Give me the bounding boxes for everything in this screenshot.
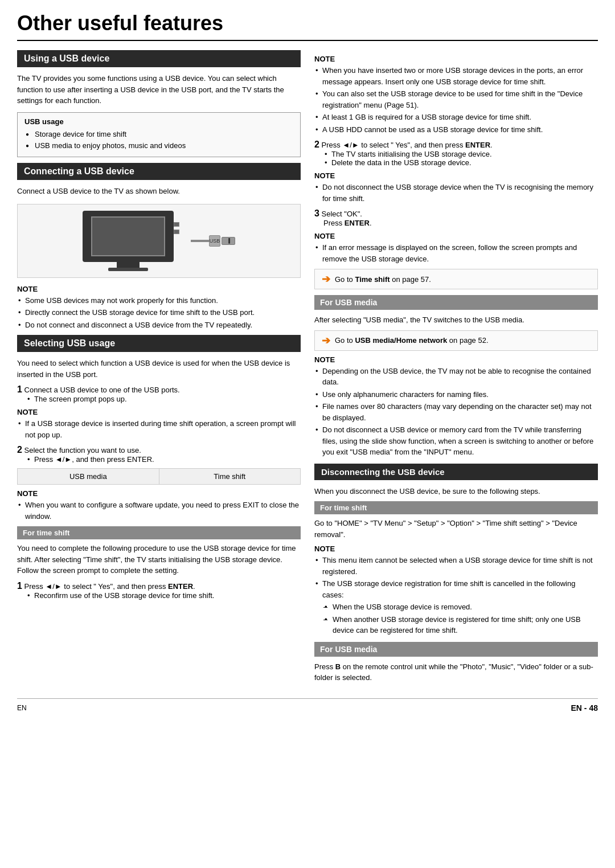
usb-option-media: USB media — [18, 469, 159, 484]
ts-step3-text: Select "OK". — [322, 210, 362, 218]
step1-note-label: NOTE — [17, 408, 301, 416]
right-note2-block: NOTE Do not disconnect the USB storage d… — [314, 171, 598, 204]
usb-usage-box: USB usage Storage device for time shift … — [17, 112, 301, 158]
ts-step3-item: 3 Select "OK". Press ENTER. — [314, 208, 598, 227]
en-label: EN — [17, 704, 27, 712]
step-1-text: Connect a USB device to one of the USB p… — [24, 386, 180, 394]
right-note3-block: NOTE If an error message is displayed on… — [314, 232, 598, 264]
page-number-bar: EN EN - 48 — [17, 698, 598, 713]
connecting-note-1: Some USB devices may not work properly f… — [17, 295, 301, 306]
for-usb-media-header-top: For USB media — [314, 295, 598, 310]
ts-step3-num: 3 — [314, 208, 319, 218]
right-note2-label: NOTE — [314, 171, 598, 180]
ts-step2-num: 2 — [314, 140, 319, 149]
ts-step2-text: Press ◄/► to select " Yes", and then pre… — [322, 141, 493, 149]
usb-usage-item-1: Storage device for time shift — [24, 129, 293, 141]
step2-note-block: NOTE When you want to configure a softwa… — [17, 489, 301, 522]
ts-step1-sub-text: Reconfirm use of the USB storage device … — [34, 591, 214, 600]
connecting-note-list: Some USB devices may not work properly f… — [17, 295, 301, 331]
ts-step2-sub1: The TV starts initialising the USB stora… — [323, 150, 598, 158]
right-top-note-1: When you have inserted two or more USB s… — [314, 65, 598, 87]
right-top-note-list: When you have inserted two or more USB s… — [314, 65, 598, 135]
right-note5-sub-1-text: When the USB storage device is removed. — [333, 603, 472, 611]
ts-step1-text: Press ◄/► to select " Yes", and then pre… — [24, 582, 195, 591]
section-using-usb-intro: The TV provides you some functions using… — [17, 73, 301, 107]
disconnecting-header: Disconnecting the USB device — [314, 464, 598, 480]
step-2-sub-text: Press ◄/►, and then press ENTER. — [34, 455, 154, 464]
right-top-note-2: You can also set the USB storage device … — [314, 88, 598, 110]
ts-step2-sub2-text: Delete the data in the USB storage devic… — [331, 158, 472, 167]
for-time-shift-text2: Go to "HOME" > "TV Menu" > "Setup" > "Op… — [314, 518, 598, 540]
step-1-sub-text: The screen prompt pops up. — [34, 395, 127, 403]
right-note5-sub-2-text: When another USB storage device is regis… — [333, 615, 581, 635]
step-1-sub: The screen prompt pops up. — [26, 395, 301, 403]
right-top-note-block: NOTE When you have inserted two or more … — [314, 55, 598, 135]
right-note5-1: This menu item cannot be selected when a… — [314, 555, 598, 577]
ts-step2-sub1-text: The TV starts initialising the USB stora… — [331, 150, 492, 158]
tv-screen — [91, 216, 165, 256]
right-note5-2: The USB storage device registration for … — [314, 578, 598, 600]
for-usb-media-header-disc: For USB media — [314, 642, 598, 657]
right-note5-list: This menu item cannot be selected when a… — [314, 555, 598, 600]
right-note4-2: Use only alphanumeric characters for nam… — [314, 389, 598, 400]
usb-usage-title: USB usage — [24, 117, 293, 126]
ts-step1-num: 1 — [17, 581, 22, 591]
arrow-right-icon: ➔ — [322, 273, 330, 285]
arrow-right-icon-2: ➔ — [322, 334, 330, 347]
ts-step2-item: 2 Press ◄/► to select " Yes", and then p… — [314, 140, 598, 167]
right-note3-list: If an error message is displayed on the … — [314, 242, 598, 264]
usb-media-arrow-box: ➔ Go to USB media/Home network on page 5… — [314, 330, 598, 351]
right-top-note-3: At least 1 GB is required for a USB stor… — [314, 112, 598, 123]
right-note3-1: If an error message is displayed on the … — [314, 242, 598, 264]
ts-step3-sub: Press ENTER. — [323, 219, 598, 227]
section-using-usb-header: Using a USB device — [17, 50, 301, 67]
right-note2-list: Do not disconnect the USB storage device… — [314, 182, 598, 204]
usb-usage-item-2: USB media to enjoy photos, music and vid… — [24, 140, 293, 152]
usb-usage-list: Storage device for time shift USB media … — [24, 129, 293, 153]
right-note3-label: NOTE — [314, 232, 598, 240]
step-2-sub: Press ◄/►, and then press ENTER. — [26, 455, 301, 464]
step-2-text: Select the function you want to use. — [24, 446, 141, 455]
connecting-note-2: Directly connect the USB storage device … — [17, 307, 301, 318]
right-note5-block: NOTE This menu item cannot be selected w… — [314, 544, 598, 636]
right-top-note-4: A USB HDD cannot be used as a USB storag… — [314, 124, 598, 136]
page-number: EN - 48 — [571, 703, 598, 713]
usb-option-timeshift: Time shift — [159, 469, 301, 484]
right-column: NOTE When you have inserted two or more … — [314, 50, 598, 688]
step-1-num: 1 — [17, 384, 22, 394]
for-usb-media-intro: After selecting "USB media", the TV swit… — [314, 314, 598, 326]
ts-step1-sub: Reconfirm use of the USB storage device … — [26, 591, 301, 600]
right-top-note-label: NOTE — [314, 55, 598, 63]
section-connecting-header: Connecting a USB device — [17, 163, 301, 180]
step2-note-list: When you want to configure a software up… — [17, 499, 301, 522]
right-note5-sub-list: – When the USB storage device is removed… — [314, 601, 598, 636]
timeshift-arrow-box: ➔ Go to Time shift on page 57. — [314, 269, 598, 289]
right-note4-block: NOTE Depending on the USB device, the TV… — [314, 355, 598, 458]
section-selecting-intro: You need to select which function a USB … — [17, 358, 301, 380]
step2-note-1: When you want to configure a software up… — [17, 499, 301, 522]
section-selecting-header: Selecting USB usage — [17, 335, 301, 352]
right-note4-4: Do not disconnect a USB device or memory… — [314, 424, 598, 458]
right-note4-1: Depending on the USB device, the TV may … — [314, 366, 598, 388]
right-note4-label: NOTE — [314, 355, 598, 364]
connecting-note-3: Do not connect and disconnect a USB devi… — [17, 320, 301, 331]
usb-select-box: USB media Time shift — [17, 468, 301, 485]
step1-note-1: If a USB storage device is inserted duri… — [17, 418, 301, 440]
ts-step1-item: 1 Press ◄/► to select " Yes", and then p… — [17, 581, 301, 600]
connecting-note-block: NOTE Some USB devices may not work prope… — [17, 285, 301, 331]
step-2-item: 2 Select the function you want to use. P… — [17, 445, 301, 464]
right-note4-3: File names over 80 characters (may vary … — [314, 401, 598, 423]
tv-diagram: USB ▐ — [17, 204, 301, 278]
page-title: Other useful features — [17, 11, 598, 41]
usb-media-arrow-text: Go to USB media/Home network on page 52. — [335, 336, 489, 345]
step-1-item: 1 Connect a USB device to one of the USB… — [17, 384, 301, 403]
right-note5-label: NOTE — [314, 544, 598, 553]
right-note2-1: Do not disconnect the USB storage device… — [314, 182, 598, 204]
step1-note-list: If a USB storage device is inserted duri… — [17, 418, 301, 440]
for-usb-media-text2: Press B on the remote control unit while… — [314, 661, 598, 683]
step2-note-label: NOTE — [17, 489, 301, 498]
left-column: Using a USB device The TV provides you s… — [17, 50, 301, 688]
right-note4-list: Depending on the USB device, the TV may … — [314, 366, 598, 458]
tv-base — [108, 268, 148, 271]
step1-note-block: NOTE If a USB storage device is inserted… — [17, 408, 301, 440]
